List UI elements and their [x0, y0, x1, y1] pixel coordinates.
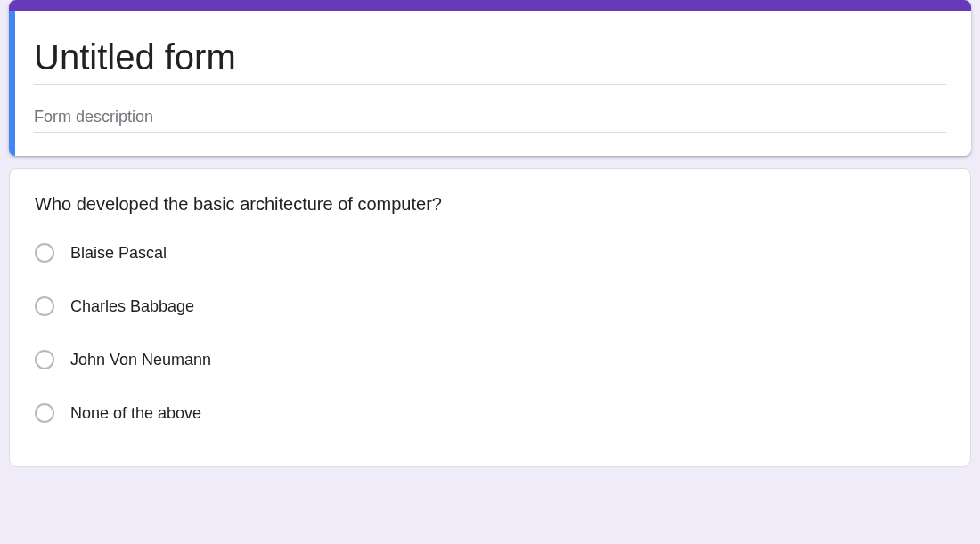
- header-content: [9, 11, 971, 156]
- form-description-input[interactable]: [34, 102, 946, 133]
- option-label[interactable]: None of the above: [70, 404, 201, 423]
- option-label[interactable]: Blaise Pascal: [70, 244, 167, 263]
- header-accent-bar: [9, 0, 971, 11]
- question-card[interactable]: Who developed the basic architecture of …: [9, 168, 971, 467]
- radio-icon[interactable]: [35, 350, 54, 369]
- radio-icon[interactable]: [35, 243, 54, 263]
- question-text[interactable]: Who developed the basic architecture of …: [35, 194, 945, 215]
- option-row[interactable]: Charles Babbage: [35, 296, 945, 316]
- option-label[interactable]: John Von Neumann: [70, 351, 211, 369]
- option-row[interactable]: John Von Neumann: [35, 350, 945, 369]
- option-label[interactable]: Charles Babbage: [70, 297, 194, 316]
- form-header-card: [9, 0, 971, 156]
- radio-icon[interactable]: [35, 403, 54, 423]
- form-title-input[interactable]: [34, 30, 946, 85]
- radio-icon[interactable]: [35, 296, 54, 316]
- option-row[interactable]: Blaise Pascal: [35, 243, 945, 263]
- header-selected-indicator: [9, 11, 15, 156]
- option-row[interactable]: None of the above: [35, 403, 945, 423]
